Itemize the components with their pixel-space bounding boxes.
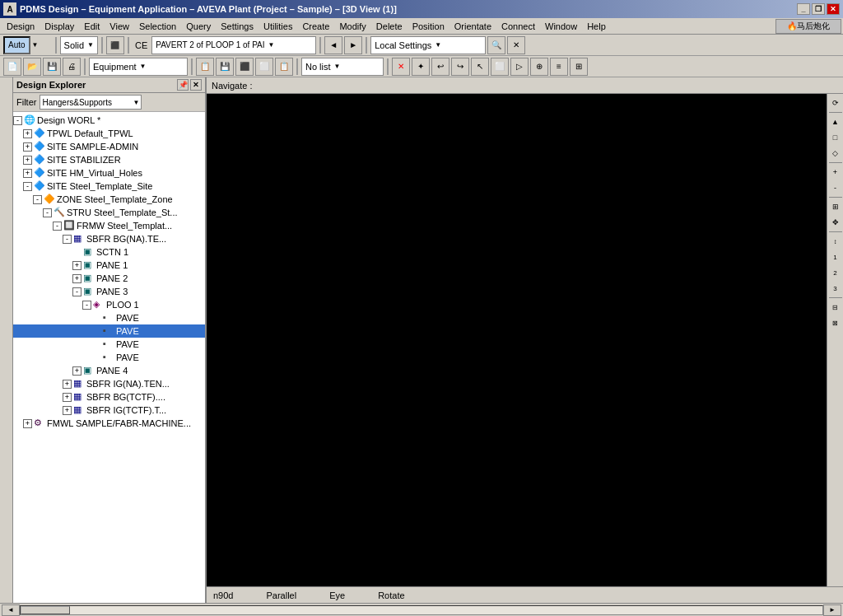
- nav-back-button[interactable]: ◄: [324, 36, 342, 54]
- action-undo[interactable]: ↩: [431, 58, 449, 76]
- tree-toggle-site-stab[interactable]: +: [23, 156, 32, 165]
- tree-toggle-site-hm[interactable]: +: [23, 169, 32, 178]
- menu-design[interactable]: Design: [2, 20, 40, 33]
- no-list-dropdown[interactable]: No list▼: [301, 58, 384, 76]
- tree-node-pane2[interactable]: +▣PANE 2: [13, 272, 205, 285]
- tree-toggle-ploo1[interactable]: -: [82, 301, 91, 310]
- tree-container[interactable]: -🌐Design WORL *+🔷TPWL Default_TPWL+🔷SITE…: [13, 112, 205, 603]
- filter-dropdown-arrow[interactable]: ▼: [131, 99, 141, 106]
- menu-utilities[interactable]: Utilities: [258, 20, 297, 33]
- rt-btn-up[interactable]: ▲: [828, 114, 843, 129]
- menu-window[interactable]: Window: [540, 20, 582, 33]
- action-box[interactable]: ⬜: [491, 58, 509, 76]
- action-play[interactable]: ▷: [510, 58, 529, 76]
- rt-btn-expand[interactable]: □: [828, 130, 843, 145]
- tree-toggle-site-steel[interactable]: -: [23, 182, 32, 191]
- scroll-right[interactable]: ►: [823, 604, 841, 616]
- tb2-icon3[interactable]: ⬛: [235, 58, 254, 76]
- minimize-button[interactable]: _: [797, 3, 810, 15]
- action-cursor[interactable]: ↖: [471, 58, 489, 76]
- menu-delete[interactable]: Delete: [371, 20, 408, 33]
- tree-node-site-admin[interactable]: +🔷SITE SAMPLE-ADMIN: [13, 140, 205, 153]
- equipment-dropdown[interactable]: Equipment▼: [89, 58, 188, 76]
- menu-modify[interactable]: Modify: [334, 20, 370, 33]
- solid-dropdown[interactable]: Solid▼: [60, 36, 98, 54]
- tree-toggle-pane2[interactable]: +: [72, 274, 82, 283]
- maximize-button[interactable]: ❐: [812, 3, 825, 15]
- tb2-print[interactable]: 🖨: [63, 58, 81, 76]
- rt-btn-3[interactable]: 3: [828, 281, 843, 296]
- tree-node-site-steel[interactable]: -🔷SITE Steel_Template_Site: [13, 180, 205, 193]
- rt-btn-zoom-out[interactable]: -: [828, 180, 843, 195]
- tree-toggle-sbfr-ig[interactable]: +: [63, 380, 72, 389]
- tree-node-sctn1[interactable]: ▣SCTN 1: [13, 245, 205, 259]
- rt-btn-diamond[interactable]: ◇: [828, 146, 843, 161]
- tb2-icon4[interactable]: ⬜: [255, 58, 273, 76]
- tree-node-pave-3[interactable]: ▪PAVE: [13, 338, 205, 351]
- rt-btn-2[interactable]: 2: [828, 265, 843, 280]
- auto-dropdown[interactable]: ▼: [32, 41, 52, 49]
- action-redo[interactable]: ↪: [451, 58, 469, 76]
- explorer-pin[interactable]: 📌: [177, 79, 189, 91]
- tb2-icon2[interactable]: 💾: [216, 58, 234, 76]
- menu-edit[interactable]: Edit: [79, 20, 105, 33]
- search-button[interactable]: 🔍: [487, 36, 505, 54]
- close-button[interactable]: ✕: [827, 3, 840, 15]
- rt-btn-section[interactable]: ↕: [828, 234, 843, 249]
- tree-node-zone-steel[interactable]: -🔶ZONE Steel_Template_Zone: [13, 193, 205, 206]
- tree-toggle-frmw-steel[interactable]: -: [53, 222, 62, 231]
- clear-button[interactable]: ✕: [507, 36, 525, 54]
- tree-toggle-tpwl[interactable]: +: [23, 129, 32, 138]
- tb2-icon1[interactable]: 📋: [196, 58, 214, 76]
- tree-node-stru-steel[interactable]: -🔨STRU Steel_Template_St...: [13, 206, 205, 219]
- tree-node-site-stab[interactable]: +🔷SITE STABILIZER: [13, 153, 205, 166]
- auto-button[interactable]: Auto: [3, 36, 30, 54]
- menu-position[interactable]: Position: [408, 20, 449, 33]
- menu-connect[interactable]: Connect: [496, 20, 540, 33]
- nav-forward-button[interactable]: ►: [344, 36, 362, 54]
- tree-node-pave-4[interactable]: ▪PAVE: [13, 351, 205, 364]
- tree-node-fmwl[interactable]: +⚙FMWL SAMPLE/FABR-MACHINE...: [13, 417, 205, 430]
- rt-btn-zoom-in[interactable]: +: [828, 165, 843, 180]
- tree-toggle-sbfr-bg[interactable]: -: [63, 235, 72, 244]
- tree-node-pane3[interactable]: -▣PANE 3: [13, 285, 205, 298]
- action-clear[interactable]: ✕: [392, 58, 410, 76]
- menu-settings[interactable]: Settings: [216, 20, 258, 33]
- rt-btn-fit[interactable]: ⊞: [828, 199, 843, 214]
- tree-node-pave-1[interactable]: ▪PAVE: [13, 311, 205, 324]
- menu-orientate[interactable]: Orientate: [449, 20, 496, 33]
- tree-node-sbfr-bg2[interactable]: +▦SBFR BG(TCTF)....: [13, 390, 205, 404]
- tree-toggle-pane3[interactable]: -: [72, 287, 82, 296]
- tree-node-ploo1[interactable]: -◈PLOO 1: [13, 298, 205, 311]
- tree-toggle-stru-steel[interactable]: -: [43, 208, 52, 217]
- action-add2[interactable]: ⊕: [530, 58, 548, 76]
- tree-node-site-hm[interactable]: +🔷SITE HM_Virtual_Holes: [13, 166, 205, 180]
- scroll-left[interactable]: ◄: [2, 604, 20, 616]
- menu-display[interactable]: Display: [40, 20, 79, 33]
- tree-node-pave-2[interactable]: ▪PAVE: [13, 324, 205, 338]
- menu-selection[interactable]: Selection: [134, 20, 181, 33]
- scrollbar-thumb[interactable]: [21, 606, 70, 614]
- tb2-icon5[interactable]: 📋: [275, 58, 293, 76]
- rt-btn-rotate[interactable]: ⟳: [828, 96, 843, 110]
- rt-btn-clip2[interactable]: ⊠: [828, 315, 843, 330]
- tree-node-sbfr-ig2[interactable]: +▦SBFR IG(TCTF).T...: [13, 404, 205, 417]
- toolbar-icon-btn[interactable]: ⬛: [106, 36, 124, 54]
- tree-toggle-zone-steel[interactable]: -: [33, 195, 42, 204]
- menu-help[interactable]: Help: [582, 20, 611, 33]
- tree-toggle-worl[interactable]: -: [13, 116, 22, 125]
- tb2-open[interactable]: 📂: [23, 58, 41, 76]
- tree-node-sbfr-ig[interactable]: +▦SBFR IG(NA).TEN...: [13, 377, 205, 390]
- action-grid2[interactable]: ⊞: [570, 58, 588, 76]
- tree-toggle-pane1[interactable]: +: [72, 261, 82, 270]
- tree-toggle-sbfr-bg2[interactable]: +: [63, 393, 72, 402]
- tb2-save[interactable]: 💾: [43, 58, 61, 76]
- menu-view[interactable]: View: [105, 20, 134, 33]
- menu-create[interactable]: Create: [297, 20, 334, 33]
- path-dropdown[interactable]: PAVERT 2 of PLOOP 1 of PAI▼: [151, 36, 316, 54]
- rt-btn-clip1[interactable]: ⊟: [828, 300, 843, 315]
- tree-node-tpwl[interactable]: +🔷TPWL Default_TPWL: [13, 127, 205, 140]
- tree-node-pane4[interactable]: +▣PANE 4: [13, 364, 205, 377]
- action-grid[interactable]: ≡: [550, 58, 568, 76]
- scrollbar-track[interactable]: [20, 605, 823, 615]
